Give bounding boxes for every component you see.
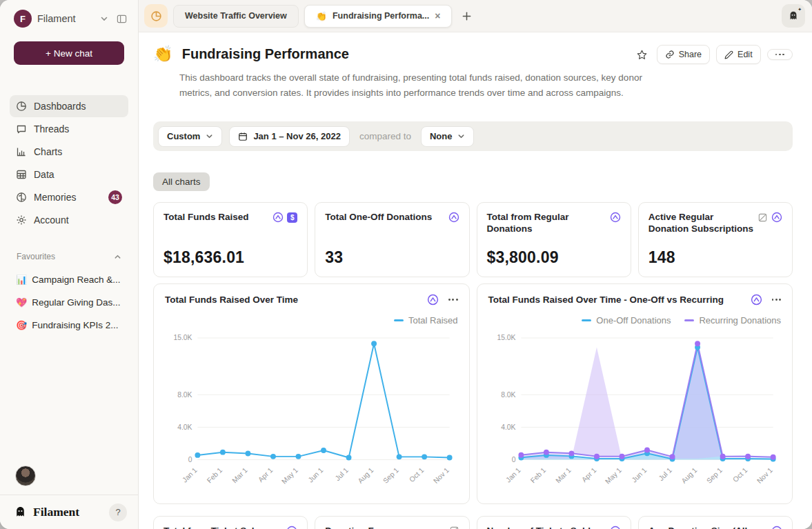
sidebar-item-dashboards[interactable]: Dashboards bbox=[10, 95, 128, 117]
stat-title: Donation Form Conversion bbox=[325, 526, 444, 529]
workspace-switcher[interactable]: F Filament bbox=[0, 10, 138, 28]
stat-title: Total One-Off Donations bbox=[325, 212, 444, 223]
legend-dash-icon bbox=[394, 319, 404, 321]
summit-circle-icon[interactable] bbox=[610, 526, 621, 529]
chart-card-total-funds-over-time: Total Funds Raised Over Time Total Raise… bbox=[153, 283, 470, 504]
favourite-item[interactable]: 📊 Campaign Reach &... bbox=[10, 270, 128, 290]
sidebar-item-charts[interactable]: Charts bbox=[10, 141, 128, 163]
memories-brain-icon bbox=[16, 192, 27, 203]
target-emoji-icon: 🎯 bbox=[16, 320, 27, 330]
tab-strip: Website Traffic Overview 👏 Fundraising P… bbox=[139, 0, 812, 32]
chevron-down-icon bbox=[457, 132, 465, 140]
workspace-logo: F bbox=[14, 10, 32, 28]
sidebar: F Filament + New chat Dashboards Threads… bbox=[0, 0, 139, 529]
summit-circle-icon[interactable] bbox=[771, 526, 782, 529]
chevron-down-icon[interactable] bbox=[99, 13, 110, 24]
data-table-icon bbox=[16, 169, 27, 180]
chart-slash-icon bbox=[449, 526, 459, 529]
summit-circle-icon[interactable] bbox=[771, 212, 782, 223]
nav-label: Memories bbox=[34, 192, 101, 203]
collapse-sidebar-icon[interactable] bbox=[115, 12, 128, 26]
tab-website-traffic-overview[interactable]: Website Traffic Overview bbox=[173, 5, 299, 28]
assistant-ghost-button[interactable]: ✦ bbox=[782, 4, 805, 28]
favourite-item[interactable]: 💖 Regular Giving Das... bbox=[10, 292, 128, 312]
sidebar-item-account[interactable]: Account bbox=[10, 209, 128, 231]
summit-circle-icon[interactable] bbox=[273, 212, 284, 223]
summit-circle-icon[interactable] bbox=[427, 294, 439, 306]
svg-text:Nov 1: Nov 1 bbox=[432, 466, 450, 485]
share-button[interactable]: Share bbox=[657, 45, 710, 64]
favourites-header[interactable]: Favourites bbox=[17, 252, 121, 261]
new-tab-button[interactable] bbox=[462, 11, 472, 21]
user-avatar[interactable] bbox=[15, 466, 36, 486]
chart-menu-icon[interactable] bbox=[772, 299, 781, 301]
stat-card-total-funds-raised[interactable]: Total Funds Raised $ $18,636.01 bbox=[153, 202, 308, 277]
all-charts-chip[interactable]: All charts bbox=[153, 172, 210, 191]
tab-fundraising-performance[interactable]: 👏 Fundraising Performa... × bbox=[304, 5, 453, 28]
chart-canvas[interactable]: 04.0K8.0K15.0KJan 1Feb 1Mar 1Apr 1May 1J… bbox=[165, 326, 458, 497]
nav-label: Threads bbox=[34, 123, 122, 134]
legend-label: Total Raised bbox=[408, 315, 458, 326]
favourites-title: Favourites bbox=[17, 252, 55, 261]
stat-card-avg-donation-size[interactable]: Avg Donation Size (All bbox=[638, 516, 793, 529]
svg-text:0: 0 bbox=[188, 456, 192, 463]
plus-icon bbox=[462, 11, 472, 21]
svg-text:Sep 1: Sep 1 bbox=[705, 466, 724, 485]
stat-title: Active Regular Donation Subscriptions bbox=[648, 212, 753, 235]
sidebar-item-threads[interactable]: Threads bbox=[10, 118, 128, 140]
stat-title: Number of Tickets Sold bbox=[487, 526, 606, 529]
favourite-item[interactable]: 🎯 Fundraising KPIs 2... bbox=[10, 315, 128, 335]
legend-item[interactable]: One-Off Donations bbox=[582, 314, 671, 326]
chevron-down-icon bbox=[206, 132, 213, 140]
stat-card-ticket-sales[interactable]: Total from Ticket Sales bbox=[153, 516, 308, 529]
stat-card-tickets-sold[interactable]: Number of Tickets Sold bbox=[477, 516, 631, 529]
more-options-button[interactable] bbox=[767, 49, 793, 61]
summit-circle-icon[interactable] bbox=[448, 212, 459, 223]
compare-dropdown[interactable]: None bbox=[421, 126, 475, 147]
stat-card-donation-form-conversion[interactable]: Donation Form Conversion bbox=[315, 516, 469, 529]
favourite-label: Fundraising KPIs 2... bbox=[32, 320, 118, 330]
range-type-value: Custom bbox=[167, 131, 200, 141]
legend-item[interactable]: Recurring Donations bbox=[684, 314, 781, 326]
edit-label: Edit bbox=[737, 50, 753, 59]
page-description: This dashboard tracks the overall state … bbox=[179, 70, 655, 100]
avatar-row bbox=[0, 466, 138, 495]
chart-menu-icon[interactable] bbox=[448, 299, 457, 301]
date-range-picker[interactable]: Jan 1 – Nov 26, 2022 bbox=[229, 126, 349, 147]
svg-text:Apr 1: Apr 1 bbox=[580, 466, 597, 483]
stat-value: 148 bbox=[648, 248, 782, 267]
chart-canvas[interactable]: 04.0K8.0K15.0KJan 1Feb 1Mar 1Apr 1May 1J… bbox=[488, 326, 782, 497]
svg-text:Sep 1: Sep 1 bbox=[382, 466, 400, 485]
stat-title: Avg Donation Size (All bbox=[648, 526, 767, 529]
sidebar-footer: Filament ? bbox=[0, 495, 138, 529]
clap-emoji-icon: 👏 bbox=[153, 45, 173, 63]
sidebar-nav: Dashboards Threads Charts Data Memories … bbox=[0, 95, 138, 231]
sidebar-item-data[interactable]: Data bbox=[10, 163, 128, 186]
stat-title: Total from Ticket Sales bbox=[164, 526, 282, 529]
stat-card-total-one-off-donations[interactable]: Total One-Off Donations 33 bbox=[315, 202, 469, 277]
summit-circle-icon[interactable] bbox=[610, 212, 621, 223]
stat-card-total-regular-donations[interactable]: Total from Regular Donations $3,800.09 bbox=[477, 202, 631, 277]
svg-text:Jul 1: Jul 1 bbox=[657, 466, 673, 482]
new-chat-button[interactable]: + New chat bbox=[14, 41, 124, 65]
favourite-star-button[interactable] bbox=[633, 46, 651, 63]
nav-label: Data bbox=[34, 169, 122, 180]
svg-text:Apr 1: Apr 1 bbox=[257, 466, 274, 483]
tab-label: Fundraising Performa... bbox=[333, 11, 429, 21]
summit-circle-icon[interactable] bbox=[751, 294, 762, 306]
header-actions: Share Edit bbox=[633, 45, 793, 64]
stat-value: $18,636.01 bbox=[164, 248, 297, 267]
dashboards-home-button[interactable] bbox=[144, 4, 168, 28]
chevron-up-icon[interactable] bbox=[114, 253, 121, 261]
summit-circle-icon[interactable] bbox=[286, 526, 297, 529]
main-area: Website Traffic Overview 👏 Fundraising P… bbox=[139, 0, 812, 529]
stat-card-active-subscriptions[interactable]: Active Regular Donation Subscriptions 14… bbox=[638, 202, 793, 277]
sidebar-item-memories[interactable]: Memories 43 bbox=[10, 186, 128, 208]
stat-cards-row: Total Funds Raised $ $18,636.01 Total On… bbox=[153, 202, 793, 277]
close-tab-icon[interactable]: × bbox=[435, 11, 440, 21]
dashboard-content: 👏 Fundraising Performance Share Edit bbox=[139, 32, 812, 529]
range-type-dropdown[interactable]: Custom bbox=[158, 126, 222, 147]
help-button[interactable]: ? bbox=[109, 503, 127, 521]
legend-item[interactable]: Total Raised bbox=[394, 314, 458, 326]
edit-button[interactable]: Edit bbox=[716, 45, 761, 64]
